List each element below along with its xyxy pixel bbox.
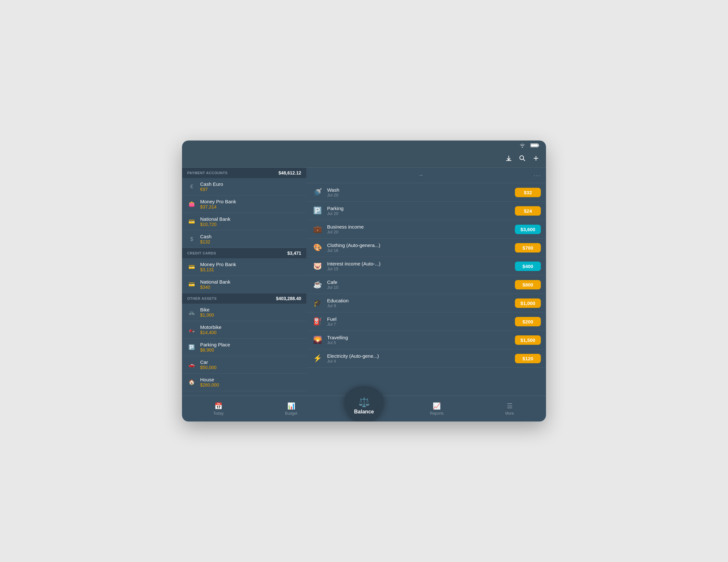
transaction-item-clothing[interactable]: 🎨 Clothing (Auto-genera...) Jul 16 $700 xyxy=(306,239,546,257)
trans-amount-clothing: $700 xyxy=(515,243,541,253)
trans-name-interest-income: Interest income (Auto-...) xyxy=(327,261,515,267)
section-total-payment: $48,612.12 xyxy=(279,170,301,176)
trans-icon-travelling: 🌄 xyxy=(312,334,323,346)
main-content: PAYMENT ACCOUNTS $48,612.12 € Cash Euro … xyxy=(182,168,546,396)
transaction-item-electricity[interactable]: ⚡ Electricity (Auto-gene...) Jul 4 $120 xyxy=(306,349,546,368)
account-icon-cash: $ xyxy=(187,235,196,244)
download-button[interactable] xyxy=(505,155,512,164)
account-item-national-bank-cc[interactable]: 💳 National Bank $340 xyxy=(182,276,306,293)
add-button[interactable] xyxy=(532,155,540,164)
tab-bar: 📅 Today 📊 Budget ⚖️ Balance 📈 Reports ☰ … xyxy=(182,396,546,421)
account-item-parking[interactable]: 🅿️ Parking Place $8,900 xyxy=(182,338,306,356)
account-icon-motorbike: 🏍️ xyxy=(187,325,196,334)
account-item-house[interactable]: 🏠 House $260,000 xyxy=(182,373,306,391)
trans-icon-fuel: ⛽ xyxy=(312,315,323,327)
tab-reports[interactable]: 📈 Reports xyxy=(400,396,473,421)
trans-icon-parking-trans: 🅿️ xyxy=(312,205,323,217)
balance-fab-label: Balance xyxy=(354,409,374,415)
tab-budget[interactable]: 📊 Budget xyxy=(255,396,328,421)
balance-fab[interactable]: ⚖️ Balance xyxy=(345,386,383,421)
account-details-national-bank-pay: National Bank $10,720 xyxy=(200,216,301,227)
trans-amount-interest-income: $400 xyxy=(515,262,541,271)
account-item-money-pro-bank-cc[interactable]: 💳 Money Pro Bank $3,131 xyxy=(182,258,306,276)
wifi-icon xyxy=(519,143,525,149)
trans-amount-business-income: $3,600 xyxy=(515,225,541,234)
section-total-assets: $403,288.40 xyxy=(276,296,301,301)
date-more-button[interactable]: ··· xyxy=(533,172,541,179)
header-icons xyxy=(505,155,540,164)
account-name-money-pro-bank-pay: Money Pro Bank xyxy=(200,199,301,204)
transaction-item-travelling[interactable]: 🌄 Travelling Jul 5 $1,500 xyxy=(306,331,546,349)
account-item-national-bank-pay[interactable]: 💳 National Bank $10,720 xyxy=(182,213,306,231)
account-name-national-bank-pay: National Bank xyxy=(200,216,301,222)
svg-rect-1 xyxy=(539,145,540,146)
transactions-list: 🚿 Wash Jul 20 $32 🅿️ Parking Jul 20 $24 … xyxy=(306,183,546,368)
tab-icon-budget: 📊 xyxy=(287,402,295,410)
account-item-bike[interactable]: 🚲 Bike $1,000 xyxy=(182,304,306,321)
trans-details-electricity: Electricity (Auto-gene...) Jul 4 xyxy=(327,353,515,363)
tab-label-today: Today xyxy=(213,411,223,416)
status-bar xyxy=(182,141,546,151)
account-balance-national-bank-cc: $340 xyxy=(200,284,301,290)
account-details-house: House $260,000 xyxy=(200,377,301,387)
account-name-parking: Parking Place xyxy=(200,342,301,347)
header xyxy=(182,151,546,168)
tab-icon-more: ☰ xyxy=(507,402,513,410)
account-item-money-pro-bank-pay[interactable]: 👛 Money Pro Bank $37,314 xyxy=(182,196,306,213)
account-balance-house: $260,000 xyxy=(200,382,301,387)
trans-icon-clothing: 🎨 xyxy=(312,242,323,254)
account-name-house: House xyxy=(200,377,301,382)
trans-name-cafe: Cafe xyxy=(327,280,515,285)
trans-date-fuel: Jul 7 xyxy=(327,322,515,327)
account-icon-national-bank-pay: 💳 xyxy=(187,217,196,226)
section-title-credit: CREDIT CARDS xyxy=(187,251,216,255)
account-icon-national-bank-cc: 💳 xyxy=(187,280,196,289)
account-name-motorbike: Motorbike xyxy=(200,324,301,330)
account-details-bike: Bike $1,000 xyxy=(200,307,301,317)
section-title-assets: OTHER ASSETS xyxy=(187,296,217,300)
trans-details-education: Education Jul 9 xyxy=(327,298,515,308)
trans-date-travelling: Jul 5 xyxy=(327,340,515,345)
trans-date-clothing: Jul 16 xyxy=(327,248,515,253)
transaction-item-education[interactable]: 🎓 Education Jul 9 $1,000 xyxy=(306,294,546,312)
trans-name-education: Education xyxy=(327,298,515,303)
date-arrow-icon: → xyxy=(418,172,424,179)
trans-details-fuel: Fuel Jul 7 xyxy=(327,316,515,327)
search-button[interactable] xyxy=(519,155,526,164)
account-balance-motorbike: $14,400 xyxy=(200,330,301,335)
account-item-cash[interactable]: $ Cash $132 xyxy=(182,231,306,248)
trans-name-clothing: Clothing (Auto-genera...) xyxy=(327,243,515,248)
transaction-item-fuel[interactable]: ⛽ Fuel Jul 7 $200 xyxy=(306,312,546,331)
transaction-item-business-income[interactable]: 💼 Business income Jul 20 $3,600 xyxy=(306,220,546,239)
trans-details-parking-trans: Parking Jul 20 xyxy=(327,206,515,216)
account-icon-car: 🚗 xyxy=(187,360,196,369)
account-balance-parking: $8,900 xyxy=(200,347,301,352)
section-header-credit: CREDIT CARDS $3,471 xyxy=(182,248,306,258)
account-balance-money-pro-bank-pay: $37,314 xyxy=(200,204,301,210)
transaction-item-wash[interactable]: 🚿 Wash Jul 20 $32 xyxy=(306,183,546,202)
transaction-item-parking-trans[interactable]: 🅿️ Parking Jul 20 $24 xyxy=(306,202,546,220)
account-balance-cash: $132 xyxy=(200,239,301,245)
svg-point-3 xyxy=(520,156,524,160)
trans-details-wash: Wash Jul 20 xyxy=(327,187,515,198)
left-panel: PAYMENT ACCOUNTS $48,612.12 € Cash Euro … xyxy=(182,168,306,396)
account-details-cash: Cash $132 xyxy=(200,234,301,245)
transaction-item-interest-income[interactable]: 🐷 Interest income (Auto-...) Jul 15 $400 xyxy=(306,257,546,276)
transaction-item-cafe[interactable]: ☕ Cafe Jul 10 $800 xyxy=(306,276,546,294)
tab-label-reports: Reports xyxy=(430,411,444,416)
section-header-assets: OTHER ASSETS $403,288.40 xyxy=(182,293,306,304)
account-name-national-bank-cc: National Bank xyxy=(200,279,301,284)
trans-amount-travelling: $1,500 xyxy=(515,335,541,345)
account-details-national-bank-cc: National Bank $340 xyxy=(200,279,301,290)
trans-icon-interest-income: 🐷 xyxy=(312,260,323,272)
trans-icon-wash: 🚿 xyxy=(312,187,323,198)
account-item-car[interactable]: 🚗 Car $50,000 xyxy=(182,356,306,373)
account-icon-bike: 🚲 xyxy=(187,308,196,317)
tab-today[interactable]: 📅 Today xyxy=(182,396,255,421)
account-item-motorbike[interactable]: 🏍️ Motorbike $14,400 xyxy=(182,321,306,338)
tab-more[interactable]: ☰ More xyxy=(473,396,546,421)
account-item-cash-euro[interactable]: € Cash Euro €97 xyxy=(182,178,306,196)
trans-name-fuel: Fuel xyxy=(327,316,515,322)
trans-amount-wash: $32 xyxy=(515,188,541,197)
trans-icon-cafe: ☕ xyxy=(312,279,323,290)
